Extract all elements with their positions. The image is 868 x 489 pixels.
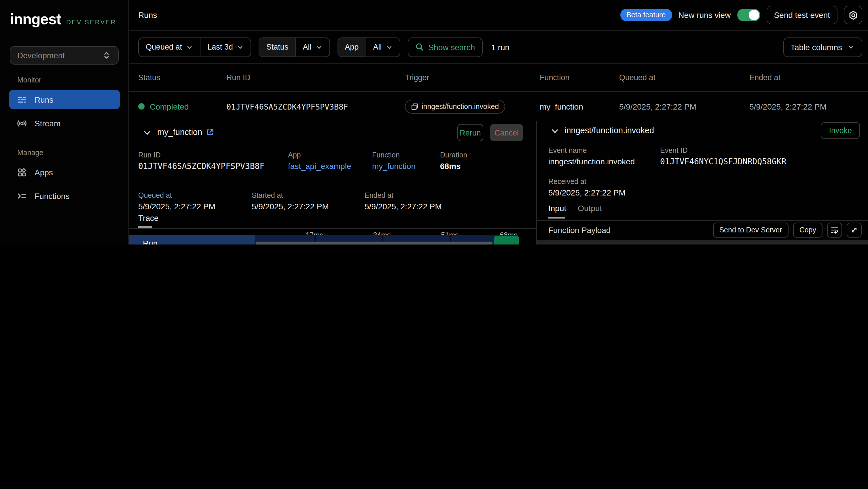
run-id: 01JTVF46SA5ZCDK4YPFSPV3B8F [226, 102, 348, 111]
stream-icon [17, 118, 27, 128]
chevron-down-icon [847, 43, 855, 51]
time-filter-group: Queued at Last 3d [138, 37, 251, 57]
sidebar-item-runs[interactable]: Runs [9, 90, 120, 109]
sidebar: inngest DEV SERVER Development Monitor R… [0, 0, 129, 244]
event-name-value: inngest/function.invoked [548, 157, 635, 166]
chevron-down-icon [385, 44, 393, 51]
ended-at-value: 5/9/2025, 2:27:22 PM [749, 102, 827, 111]
queued-at-filter[interactable]: Queued at [139, 38, 200, 56]
sidebar-item-apps[interactable]: Apps [9, 163, 120, 182]
expand-icon [850, 226, 858, 234]
run-id-label: Run ID [138, 151, 161, 159]
function-label: Function [372, 151, 400, 159]
expand-button[interactable] [847, 223, 862, 237]
tab-output[interactable]: Output [578, 204, 602, 218]
event-id-label: Event ID [660, 146, 688, 154]
input-tab-underline [548, 217, 565, 219]
chevron-up-down-icon [102, 51, 111, 60]
sidebar-item-label: Apps [35, 168, 53, 177]
chevron-down-icon [237, 44, 244, 51]
sidebar-item-label: Functions [35, 191, 69, 200]
trigger-cell: inngest/function.invoked [405, 99, 505, 113]
nav-section-monitor: Monitor [17, 76, 41, 84]
send-test-event-button[interactable]: Send test event [766, 6, 837, 24]
copy-button[interactable]: Copy [793, 223, 823, 237]
status-filter-group: Status All [259, 37, 330, 57]
invoke-button[interactable]: Invoke [821, 122, 860, 139]
table-row[interactable]: Completed 01JTVF46SA5ZCDK4YPFSPV3B8F inn… [129, 92, 868, 121]
collapse-chevron-icon[interactable] [143, 128, 152, 137]
inngest-logo: inngest DEV SERVER [10, 10, 116, 28]
trigger-pill[interactable]: inngest/function.invoked [405, 99, 505, 113]
tab-input[interactable]: Input [548, 204, 566, 218]
trace-run-row[interactable]: Run [129, 235, 519, 244]
trace-execution-segment [494, 236, 519, 244]
sidebar-item-label: Runs [35, 95, 53, 104]
sidebar-item-functions[interactable]: Functions [9, 186, 120, 205]
runs-icon [17, 95, 27, 104]
search-icon [415, 43, 424, 51]
sidebar-item-stream[interactable]: Stream [9, 114, 120, 133]
new-runs-view-label: New runs view [678, 10, 731, 20]
col-status: Status [138, 73, 160, 82]
duration-label: Duration [440, 151, 467, 159]
app-filter-value[interactable]: All [366, 38, 399, 56]
app-filter-group: App All [337, 37, 400, 57]
table-columns-button[interactable]: Table columns [783, 37, 862, 57]
tab-trace[interactable]: Trace [138, 213, 159, 223]
trace-tab-underline [138, 226, 152, 228]
word-wrap-icon [831, 226, 839, 234]
col-trigger: Trigger [405, 73, 429, 82]
queued-at-label: Queued at [138, 192, 172, 200]
toggle-knob [748, 10, 759, 20]
new-runs-view-toggle[interactable] [737, 9, 760, 21]
trace-row-label: Run [129, 235, 255, 244]
event-tabs: Input Output [548, 204, 602, 218]
col-queued-at: Queued at [619, 73, 655, 82]
queued-at-value: 5/9/2025, 2:27:22 PM [619, 102, 696, 111]
trace-span-line [256, 241, 492, 244]
status-filter-label: Status [259, 38, 296, 56]
started-at-value: 5/9/2025, 2:27:22 PM [252, 202, 329, 211]
collapse-chevron-icon[interactable] [551, 127, 559, 136]
topbar: Runs Beta feature New runs view Send tes… [129, 0, 868, 31]
payload-toolbar: Function Payload Send to Dev Server Copy [537, 220, 868, 240]
chevron-down-icon [186, 44, 193, 51]
status-badge: Completed [138, 102, 189, 111]
functions-icon [17, 191, 27, 200]
run-detail-header: my_function Rerun Cancel [129, 124, 536, 141]
nav-section-manage: Manage [17, 149, 43, 157]
apps-icon [17, 168, 27, 177]
status-dot-icon [138, 103, 145, 110]
settings-gear-button[interactable] [844, 6, 862, 24]
hex-nut-icon [848, 10, 858, 20]
event-name-label: Event name [548, 146, 587, 154]
cancel-button[interactable]: Cancel [490, 124, 523, 141]
payload-code[interactable]: 1[2 {3 "name": "inngest/function.invoked… [537, 240, 868, 244]
function-link[interactable]: my_function [372, 162, 415, 171]
beta-feature-badge: Beta feature [620, 9, 672, 21]
send-to-dev-server-button[interactable]: Send to Dev Server [713, 223, 788, 237]
app-filter-label: App [338, 38, 366, 56]
filter-bar: Queued at Last 3d Status All App All [129, 31, 868, 64]
event-id-value: 01JTVF46NYC1QSFJDNRDQ58GKR [660, 157, 786, 166]
rerun-button[interactable]: Rerun [457, 124, 483, 141]
external-link-icon[interactable] [206, 128, 214, 137]
word-wrap-button[interactable] [827, 223, 842, 237]
inngest-dev-server-app: inngest DEV SERVER Development Monitor R… [0, 0, 868, 244]
event-detail-panel: inngest/function.invoked Invoke Event na… [536, 121, 868, 244]
app-link[interactable]: fast_api_example [288, 162, 351, 171]
environment-select[interactable]: Development [10, 46, 119, 65]
event-title: inngest/function.invoked [564, 126, 654, 135]
col-run-id: Run ID [226, 73, 251, 82]
trace-divider [129, 228, 536, 229]
app-label: App [288, 151, 301, 159]
sidebar-item-label: Stream [35, 118, 60, 128]
event-stack-icon [411, 103, 418, 110]
show-search-button[interactable]: Show search [407, 37, 483, 57]
received-at-value: 5/9/2025, 2:27:22 PM [548, 188, 625, 197]
status-filter-value[interactable]: All [295, 38, 329, 56]
time-range-filter[interactable]: Last 3d [200, 38, 251, 56]
run-detail-region: my_function Rerun Cancel Run ID 01JTVF46… [129, 121, 868, 244]
main-area: Runs Beta feature New runs view Send tes… [129, 0, 868, 244]
